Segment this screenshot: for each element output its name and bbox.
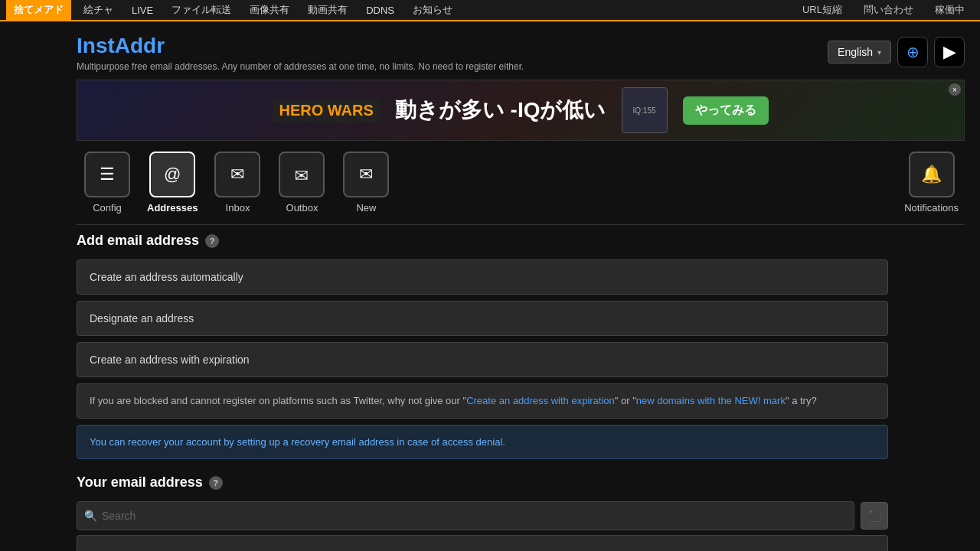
create-automatically-button[interactable]: Create an address automatically [77,259,888,295]
topnav-status[interactable]: 稼働中 [926,0,974,21]
info1-post: " a try? [786,395,817,406]
site-logo[interactable]: InstAddr [77,34,524,58]
ad-content: HERO WARS 動きが多い -IQが低い IQ:155 やってみる [77,80,964,140]
toolbar-inbox[interactable]: ✉ Inbox [207,148,268,217]
ad-text: 動きが多い -IQが低い [395,96,606,125]
ad-close-button[interactable]: × [949,83,961,96]
toolbar-new[interactable]: ✉ New [335,148,397,217]
toolbar: ☰ Config @ Addresses ✉ Inbox ✉ Outbox ✉ … [0,141,980,224]
search-go-icon: ⬛ [868,510,881,522]
header-right: English ▾ ⊕ ▶ [828,37,965,67]
search-wrapper: 🔍 [77,501,854,530]
add-email-help-icon[interactable]: ? [205,234,219,248]
at-icon: @ [164,165,181,184]
add-email-title: Add email address [77,233,199,249]
notifications-label: Notifications [904,202,959,214]
twitter-info-box: If you are blocked and cannot register o… [77,383,888,419]
new-envelope-icon: ✉ [359,165,373,184]
outbox-label: Outbox [286,202,318,214]
ad-iq-box: IQ:155 [622,87,668,133]
topnav-item-news[interactable]: お知らせ [403,0,462,21]
recovery-info-box: You can recover your account by setting … [77,425,888,460]
toolbar-outbox[interactable]: ✉ Outbox [271,148,332,217]
addresses-icon-box: @ [149,152,195,197]
chevron-down-icon: ▾ [877,48,881,57]
outbox-envelope-icon: ✉ [295,165,309,184]
topnav-item-video[interactable]: 動画共有 [299,0,357,21]
topnav-right: URL短縮 問い合わせ 稼働中 [793,0,974,21]
app-store-badge[interactable]: ⊕ [897,37,928,67]
email-list-placeholder [77,535,888,551]
search-input[interactable] [77,501,854,530]
bell-icon: 🔔 [921,165,942,184]
logo-section: InstAddr Multipurpose free email address… [77,34,524,72]
topnav-item-echa[interactable]: 絵チャ [74,0,122,21]
inbox-icon-box: ✉ [214,152,260,197]
create-expiration-link[interactable]: Create an address with expiration [466,395,615,406]
toolbar-addresses[interactable]: @ Addresses [141,148,204,217]
topnav-first-item[interactable]: 捨てメアド [6,0,71,21]
toolbar-notifications[interactable]: 🔔 Notifications [898,148,965,217]
your-email-section: Your email address ? 🔍 ⬛ [77,474,888,551]
info1-mid: " or " [615,395,636,406]
new-domains-link[interactable]: new domains with the NEW! mark [636,395,786,406]
search-row: 🔍 ⬛ [77,501,888,530]
search-button[interactable]: ⬛ [861,502,888,530]
your-email-title: Your email address [77,474,203,491]
ad-cta-button[interactable]: やってみる [683,96,769,125]
top-navigation: 捨てメアド 絵チャ LIVE ファイル転送 画像共有 動画共有 DDNS お知ら… [0,0,980,21]
site-tagline: Multipurpose free email addresses. Any n… [77,61,524,72]
info1-pre: If you are blocked and cannot register o… [90,395,466,406]
inbox-envelope-icon: ✉ [230,165,244,184]
language-selector[interactable]: English ▾ [828,41,891,64]
topnav-item-image[interactable]: 画像共有 [240,0,299,21]
apple-icon: ⊕ [906,43,920,61]
config-icon-box: ☰ [84,152,130,197]
play-icon: ▶ [943,42,956,62]
language-label: English [838,46,873,58]
topnav-item-live[interactable]: LIVE [122,0,162,21]
toolbar-config[interactable]: ☰ Config [77,148,138,217]
header: InstAddr Multipurpose free email address… [0,21,980,80]
create-with-expiration-button[interactable]: Create an address with expiration [77,342,888,377]
addresses-label: Addresses [147,202,198,214]
google-play-badge[interactable]: ▶ [934,37,965,67]
inbox-label: Inbox [226,202,250,214]
notifications-icon-box: 🔔 [909,152,955,197]
search-icon: 🔍 [84,510,97,522]
designate-address-button[interactable]: Designate an address [77,301,888,336]
ad-iq-label: IQ:155 [632,106,655,115]
config-label: Config [93,202,122,214]
your-email-title-row: Your email address ? [77,474,888,491]
topnav-item-ddns[interactable]: DDNS [357,0,403,21]
topnav-contact[interactable]: 問い合わせ [854,0,923,21]
topnav-url-shortener[interactable]: URL短縮 [793,0,851,21]
ad-logo: HERO WARS [273,99,379,122]
ad-banner: HERO WARS 動きが多い -IQが低い IQ:155 やってみる × [77,80,965,141]
topnav-item-file[interactable]: ファイル転送 [162,0,240,21]
new-label: New [356,202,376,214]
your-email-help-icon[interactable]: ? [209,476,223,490]
add-email-section: Add email address ? Create an address au… [77,233,888,459]
outbox-icon-box: ✉ [279,152,325,197]
hamburger-icon: ☰ [100,165,115,184]
add-email-title-row: Add email address ? [77,233,888,249]
recovery-text: You can recover your account by setting … [90,436,505,448]
main-content: Add email address ? Create an address au… [0,225,903,551]
new-icon-box: ✉ [343,152,389,197]
